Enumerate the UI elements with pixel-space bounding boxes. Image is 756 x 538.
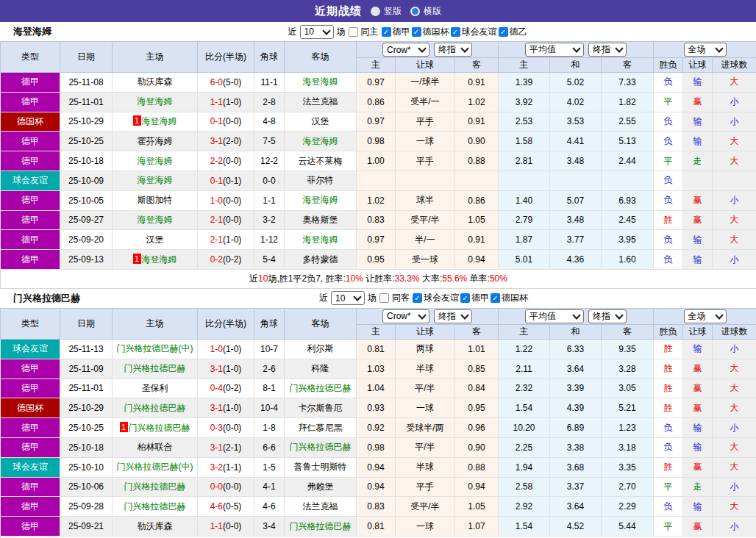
- away-team: 海登海姆: [285, 190, 357, 210]
- corner-count: 1-5: [254, 457, 285, 477]
- result-wdl: 平: [654, 151, 683, 171]
- layout-radio-vertical[interactable]: 竖版: [371, 5, 402, 18]
- match-count-select[interactable]: 10: [331, 291, 365, 305]
- avg-select[interactable]: 平均值: [525, 309, 584, 323]
- result-wdl: 负: [654, 230, 683, 250]
- match-row: 德甲25-10-18柏林联合3-1(2-1)6-6门兴格拉德巴赫0.98平/半0…: [1, 437, 756, 457]
- result-goals: 大: [713, 73, 756, 93]
- matches-label: 场: [337, 26, 346, 38]
- score: 2-1(0-0): [198, 210, 254, 230]
- odds-time-select[interactable]: 终指: [434, 309, 472, 323]
- odds-company-select[interactable]: Crow*: [382, 43, 429, 57]
- league-checkbox[interactable]: ✓: [451, 27, 460, 37]
- match-row: 德甲25-09-27海登海姆2-1(0-0)3-2奥格斯堡0.83受平/半1.0…: [1, 210, 756, 230]
- odds-handicap: 一球: [396, 132, 455, 151]
- col-avg-home: 主: [499, 324, 550, 339]
- title-bar: 近期战绩 竖版 横版: [0, 0, 756, 22]
- match-date: 25-10-25: [60, 132, 113, 151]
- avg-draw: 3.77: [550, 230, 602, 250]
- home-team: 海登海姆: [113, 171, 198, 190]
- league-checkbox-label: 德甲: [471, 292, 489, 304]
- odds-time-select[interactable]: 终指: [434, 43, 472, 57]
- avg-home: 2.11: [499, 359, 550, 379]
- odds-handicap: 一球: [396, 517, 455, 537]
- layout-radio-horizontal[interactable]: 横版: [410, 5, 441, 18]
- result-wdl: 平: [654, 517, 683, 537]
- col-odds-handicap: 让球: [396, 58, 455, 73]
- league-checkbox[interactable]: ✓: [382, 27, 391, 37]
- odds-handicap: 平/半: [396, 379, 455, 398]
- avg-home: 2.32: [499, 379, 550, 398]
- corner-count: 4-1: [254, 477, 285, 497]
- league-checkbox[interactable]: ✓: [460, 293, 470, 303]
- col-date: 日期: [60, 308, 113, 339]
- avg-time-select[interactable]: 终指: [588, 43, 627, 57]
- corner-count: 8-1: [254, 379, 285, 398]
- avg-home: 1.22: [499, 339, 550, 359]
- corner-count: 12-2: [254, 151, 285, 171]
- match-date: 25-11-01: [60, 92, 113, 112]
- league-checkbox[interactable]: ✓: [413, 293, 422, 303]
- radio-vertical-icon[interactable]: [371, 7, 380, 16]
- neutral-badge: 1: [133, 115, 141, 126]
- result-wdl: 胜: [654, 379, 683, 398]
- result-handicap: 输: [683, 339, 713, 359]
- avg-home: 5.01: [499, 250, 550, 270]
- home-team: 1门兴格拉德巴赫: [113, 418, 198, 438]
- corner-count: 4-6: [254, 497, 285, 517]
- league-checkbox[interactable]: ✓: [499, 27, 508, 37]
- corner-count: 3-2: [254, 210, 285, 230]
- result-goals: 大: [713, 132, 756, 151]
- avg-home: 1.54: [499, 398, 550, 418]
- avg-select[interactable]: 平均值: [525, 43, 584, 57]
- odds-handicap: 受球半/两: [396, 418, 455, 438]
- avg-away: 1.60: [602, 250, 654, 270]
- corner-count: 6-6: [254, 437, 285, 457]
- avg-away: 2.70: [602, 477, 654, 497]
- odds-away: 1.05: [455, 210, 499, 230]
- odds-group-header: Crow* 终指: [357, 42, 499, 58]
- match-date: 25-10-29: [60, 112, 113, 132]
- col-avg-away: 客: [602, 58, 654, 73]
- score: 1-1(0-0): [198, 517, 254, 537]
- avg-time-select[interactable]: 终指: [588, 309, 627, 323]
- fulltime-select[interactable]: 全场: [684, 309, 727, 323]
- col-result-wdl: 胜负: [654, 324, 683, 339]
- score: 4-6(0-5): [198, 497, 254, 517]
- same-venue-checkbox[interactable]: [379, 293, 389, 303]
- match-count-select[interactable]: 10: [300, 25, 334, 39]
- odds-away: 0.84: [455, 379, 499, 398]
- match-date: 25-10-09: [60, 171, 113, 190]
- radio-horizontal-icon[interactable]: [410, 7, 420, 16]
- home-team: 汉堡: [113, 230, 198, 250]
- col-away: 客场: [285, 308, 357, 339]
- away-team: 门兴格拉德巴赫: [285, 517, 357, 537]
- match-date: 25-10-25: [60, 418, 113, 438]
- avg-draw: 4.52: [550, 517, 602, 537]
- avg-draw: 4.39: [550, 398, 602, 418]
- avg-away: 1.82: [602, 92, 654, 112]
- odds-handicap: 球半: [396, 190, 455, 210]
- odds-handicap: [396, 171, 455, 190]
- same-venue-checkbox[interactable]: [349, 27, 358, 37]
- odds-company-select[interactable]: Crow*: [382, 309, 429, 323]
- result-wdl: 负: [654, 73, 683, 93]
- result-goals: 小: [713, 418, 756, 438]
- corner-count: 11-1: [254, 73, 285, 93]
- fulltime-select[interactable]: 全场: [684, 43, 727, 57]
- league-badge: 德甲: [1, 359, 60, 379]
- col-odds-home: 主: [357, 58, 396, 73]
- league-checkbox[interactable]: ✓: [412, 27, 421, 37]
- avg-draw: 6.89: [550, 418, 602, 438]
- corner-count: 1-12: [254, 230, 285, 250]
- result-handicap: 赢: [683, 457, 713, 477]
- result-handicap: 赢: [683, 517, 713, 537]
- league-checkbox-label: 德国杯: [502, 292, 528, 304]
- matches-label: 场: [368, 292, 377, 304]
- match-row: 德甲25-11-01海登海姆1-1(1-0)2-8法兰克福0.86受半/一1.0…: [1, 92, 756, 112]
- corner-count: 1-1: [254, 190, 285, 210]
- result-goals: [713, 171, 756, 190]
- matches-table-gladbach: 类型 日期 主场 比分(半场) 角球 客场 Crow* 终指 平均值 终指: [0, 308, 756, 538]
- league-checkbox[interactable]: ✓: [491, 293, 500, 303]
- odds-away: 1.07: [455, 517, 499, 537]
